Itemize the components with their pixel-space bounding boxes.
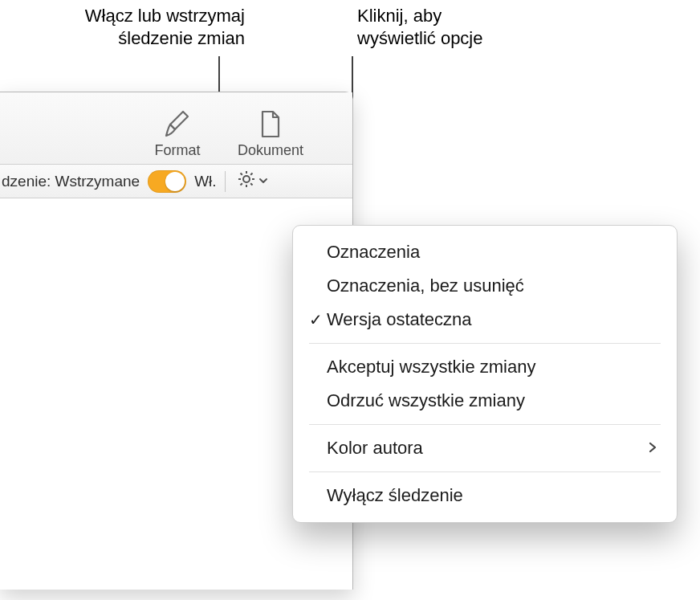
toolbar: Format Dokument (0, 92, 352, 165)
separator (225, 171, 226, 192)
menu-separator (309, 424, 661, 425)
menu-label: Oznaczenia (327, 242, 657, 263)
toggle-knob (165, 172, 185, 191)
menu-item-author-color[interactable]: Kolor autora (293, 431, 677, 465)
menu-separator (309, 343, 661, 344)
paintbrush-icon (164, 107, 191, 142)
checkmark-icon: ✓ (304, 310, 327, 329)
tracking-toggle[interactable] (148, 170, 186, 193)
menu-item-markups-no-deletions[interactable]: Oznaczenia, bez usunięć (293, 269, 677, 303)
document-button[interactable]: Dokument (234, 107, 307, 159)
format-button[interactable]: Format (140, 107, 214, 159)
svg-line-5 (240, 173, 242, 175)
format-label: Format (154, 142, 200, 159)
menu-item-accept-all[interactable]: Akceptuj wszystkie zmiany (293, 350, 677, 384)
tracking-options-button[interactable] (234, 168, 272, 194)
menu-item-final[interactable]: ✓ Wersja ostateczna (293, 303, 677, 337)
menu-label: Kolor autora (327, 438, 648, 459)
tracking-on-label: Wł. (194, 173, 216, 190)
document-icon (258, 107, 283, 142)
menu-label: Wersja ostateczna (327, 309, 657, 330)
menu-item-markups[interactable]: Oznaczenia (293, 235, 677, 269)
chevron-right-icon (648, 438, 657, 459)
svg-line-8 (250, 173, 252, 175)
menu-item-reject-all[interactable]: Odrzuć wszystkie zmiany (293, 384, 677, 418)
tracking-bar: dzenie: Wstrzymane Wł. (0, 165, 352, 198)
tracking-status: dzenie: Wstrzymane (0, 173, 140, 190)
chevron-down-icon (258, 173, 269, 190)
tracking-options-menu: Oznaczenia Oznaczenia, bez usunięć ✓ Wer… (292, 225, 678, 523)
menu-separator (309, 471, 661, 472)
gear-icon (237, 169, 256, 193)
menu-label: Akceptuj wszystkie zmiany (327, 357, 657, 378)
svg-point-0 (243, 176, 250, 182)
svg-line-6 (250, 183, 252, 185)
svg-line-7 (240, 183, 242, 185)
menu-item-turn-off[interactable]: Wyłącz śledzenie (293, 479, 677, 512)
menu-label: Wyłącz śledzenie (327, 485, 657, 506)
menu-label: Odrzuć wszystkie zmiany (327, 390, 657, 411)
menu-label: Oznaczenia, bez usunięć (327, 276, 657, 296)
document-label: Dokument (238, 142, 303, 159)
